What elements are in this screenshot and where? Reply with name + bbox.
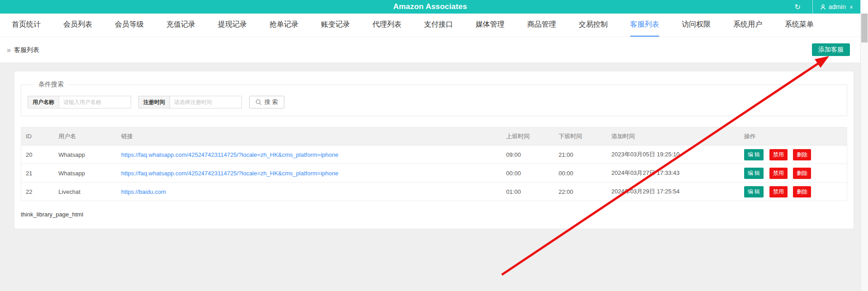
nav-item-access-rights[interactable]: 访问权限 bbox=[682, 14, 711, 37]
nav-item-withdraw-log[interactable]: 提现记录 bbox=[218, 14, 247, 37]
main-nav: 首页统计 会员列表 会员等级 充值记录 提现记录 抢单记录 账变记录 代理列表 … bbox=[0, 14, 860, 37]
table-header: ID 用户名 链接 上班时间 下班时间 添加时间 操作 bbox=[21, 127, 847, 146]
disable-button[interactable]: 禁用 bbox=[769, 168, 788, 179]
cell-username: Livechat bbox=[54, 183, 117, 201]
nav-item-member-level[interactable]: 会员等级 bbox=[115, 14, 144, 37]
col-added-time: 添加时间 bbox=[607, 127, 739, 146]
nav-item-order-grab-log[interactable]: 抢单记录 bbox=[269, 14, 298, 37]
delete-button[interactable]: 删除 bbox=[793, 168, 811, 179]
nav-item-home-stats[interactable]: 首页统计 bbox=[12, 14, 41, 37]
register-time-label: 注册时间 bbox=[138, 96, 170, 108]
cell-username: Whatsapp bbox=[54, 164, 117, 183]
chevron-up-icon: ∧ bbox=[849, 4, 853, 10]
cell-actions: 编 辑 禁用 删除 bbox=[740, 183, 847, 201]
nav-item-recharge-log[interactable]: 充值记录 bbox=[166, 14, 195, 37]
cell-added-time: 2023年03月05日 19:25:10 bbox=[607, 146, 739, 164]
username-input-group: 用户名称 bbox=[28, 96, 131, 108]
content-card: 条件搜索 用户名称 注册时间 搜 索 bbox=[14, 71, 854, 229]
disable-button[interactable]: 禁用 bbox=[769, 149, 788, 160]
breadcrumb-bar: » 客服列表 添加客服 bbox=[0, 37, 860, 62]
col-start-time: 上班时间 bbox=[502, 127, 554, 146]
table-header-row: ID 用户名 链接 上班时间 下班时间 添加时间 操作 bbox=[21, 127, 847, 146]
edit-button[interactable]: 编 辑 bbox=[744, 149, 764, 160]
nav-item-member-list[interactable]: 会员列表 bbox=[63, 14, 92, 37]
cell-actions: 编 辑 禁用 删除 bbox=[740, 164, 847, 183]
search-icon bbox=[255, 99, 262, 105]
cell-added-time: 2024年03月27日 17:33:43 bbox=[607, 164, 739, 183]
col-username: 用户名 bbox=[54, 127, 117, 146]
service-link[interactable]: https://faq.whatsapp.com/425247423114725… bbox=[121, 151, 338, 158]
customer-service-table: ID 用户名 链接 上班时间 下班时间 添加时间 操作 20 Whatsapp … bbox=[21, 127, 847, 201]
user-name: admin bbox=[829, 3, 846, 10]
add-customer-service-button[interactable]: 添加客服 bbox=[812, 43, 850, 56]
vertical-scrollbar[interactable] bbox=[860, 0, 868, 291]
cell-link: https://baidu.com bbox=[117, 183, 502, 201]
nav-item-pay-api[interactable]: 支付接口 bbox=[424, 14, 453, 37]
breadcrumb-label: 客服列表 bbox=[14, 46, 39, 54]
app-title: Amazon Associates bbox=[0, 0, 860, 14]
cell-actions: 编 辑 禁用 删除 bbox=[740, 146, 847, 164]
register-time-input-group: 注册时间 bbox=[138, 96, 242, 108]
delete-button[interactable]: 删除 bbox=[793, 149, 811, 160]
register-time-input[interactable] bbox=[170, 96, 242, 108]
cell-id: 22 bbox=[21, 183, 54, 201]
nav-item-agent-list[interactable]: 代理列表 bbox=[373, 14, 401, 37]
edit-button[interactable]: 编 辑 bbox=[744, 186, 764, 197]
cell-start-time: 01:00 bbox=[502, 183, 554, 201]
search-button[interactable]: 搜 索 bbox=[249, 96, 284, 108]
page-footer-note: think_library_page_html bbox=[21, 211, 847, 218]
user-icon bbox=[820, 4, 826, 10]
cell-link: https://faq.whatsapp.com/425247423114725… bbox=[117, 164, 502, 183]
disable-button[interactable]: 禁用 bbox=[769, 186, 788, 197]
service-link[interactable]: https://baidu.com bbox=[121, 188, 166, 195]
breadcrumb: » 客服列表 bbox=[7, 46, 39, 54]
cell-id: 20 bbox=[21, 146, 54, 164]
cell-username: Whatsapp bbox=[54, 146, 117, 164]
table-row: 22 Livechat https://baidu.com 01:00 22:0… bbox=[21, 183, 847, 201]
scrollbar-top-corner bbox=[861, 0, 868, 14]
col-end-time: 下班时间 bbox=[554, 127, 607, 146]
nav-item-trade-control[interactable]: 交易控制 bbox=[579, 14, 608, 37]
cell-link: https://faq.whatsapp.com/425247423114725… bbox=[117, 146, 502, 164]
cell-added-time: 2024年03月29日 17:25:54 bbox=[607, 183, 739, 201]
user-dropdown[interactable]: admin ∧ bbox=[813, 0, 860, 14]
top-header-bar: Amazon Associates ↻ admin ∧ bbox=[0, 0, 860, 14]
nav-item-media-mgmt[interactable]: 媒体管理 bbox=[476, 14, 505, 37]
table-row: 20 Whatsapp https://faq.whatsapp.com/425… bbox=[21, 146, 847, 164]
nav-item-balance-log[interactable]: 账变记录 bbox=[321, 14, 350, 37]
search-row: 用户名称 注册时间 搜 索 bbox=[28, 96, 840, 108]
cell-end-time: 22:00 bbox=[554, 183, 607, 201]
search-button-label: 搜 索 bbox=[264, 98, 278, 106]
breadcrumb-icon: » bbox=[7, 47, 11, 54]
refresh-icon[interactable]: ↻ bbox=[783, 0, 812, 14]
service-link[interactable]: https://faq.whatsapp.com/425247423114725… bbox=[121, 170, 338, 177]
header-controls: ↻ admin ∧ bbox=[783, 0, 860, 14]
cell-start-time: 09:00 bbox=[502, 146, 554, 164]
cell-end-time: 21:00 bbox=[554, 146, 607, 164]
nav-item-product-mgmt[interactable]: 商品管理 bbox=[527, 14, 556, 37]
username-label: 用户名称 bbox=[28, 96, 59, 108]
delete-button[interactable]: 删除 bbox=[793, 186, 811, 197]
page: { "header": { "title": "Amazon Associate… bbox=[0, 0, 868, 291]
cell-end-time: 00:00 bbox=[554, 164, 607, 183]
table-body: 20 Whatsapp https://faq.whatsapp.com/425… bbox=[21, 146, 847, 201]
search-panel-legend: 条件搜索 bbox=[34, 80, 68, 89]
col-link: 链接 bbox=[117, 127, 502, 146]
nav-item-customer-service[interactable]: 客服列表 bbox=[630, 14, 659, 37]
scrollbar-thumb[interactable] bbox=[861, 14, 868, 42]
cell-id: 21 bbox=[21, 164, 54, 183]
search-panel: 条件搜索 用户名称 注册时间 搜 索 bbox=[21, 80, 847, 116]
edit-button[interactable]: 编 辑 bbox=[744, 168, 764, 179]
username-input[interactable] bbox=[59, 96, 131, 108]
nav-item-system-users[interactable]: 系统用户 bbox=[733, 14, 762, 37]
col-actions: 操作 bbox=[740, 127, 847, 146]
cell-start-time: 00:00 bbox=[502, 164, 554, 183]
table-row: 21 Whatsapp https://faq.whatsapp.com/425… bbox=[21, 164, 847, 183]
col-id: ID bbox=[21, 127, 54, 146]
nav-item-system-menu[interactable]: 系统菜单 bbox=[785, 14, 814, 37]
